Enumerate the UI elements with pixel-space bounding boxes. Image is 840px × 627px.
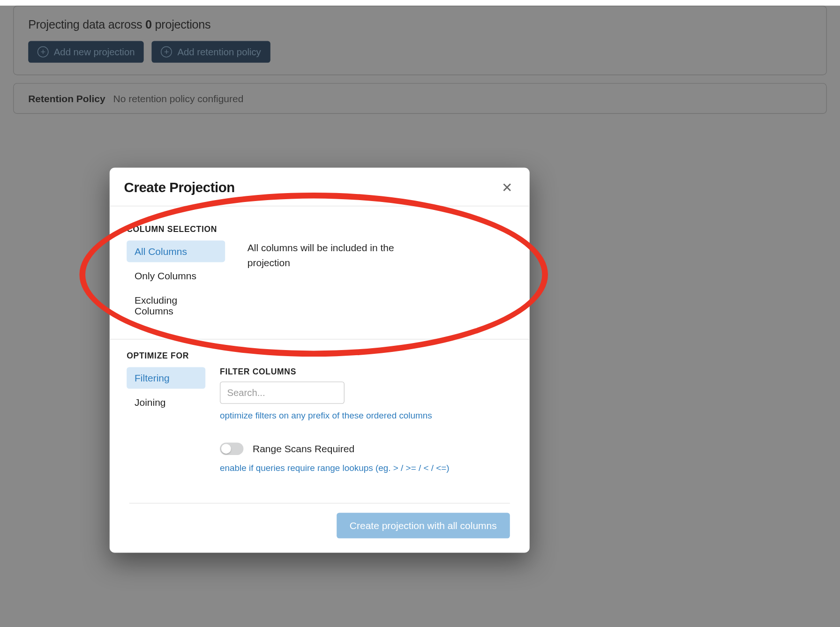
range-scans-hint: enable if queries require range lookups … <box>220 463 512 473</box>
filter-columns-heading: FILTER COLUMNS <box>220 367 512 376</box>
filter-search-input[interactable] <box>220 381 345 404</box>
tab-filtering[interactable]: Filtering <box>127 367 205 388</box>
create-projection-button[interactable]: Create projection with all columns <box>337 513 510 538</box>
modal-title: Create Projection <box>124 179 235 195</box>
section-divider <box>110 339 530 339</box>
column-selection-description: All columns will be included in the proj… <box>248 240 425 270</box>
tab-excluding-columns[interactable]: Excluding Columns <box>127 289 225 322</box>
column-selection-heading: COLUMN SELECTION <box>127 225 512 234</box>
range-scans-label: Range Scans Required <box>253 443 354 455</box>
tab-joining[interactable]: Joining <box>127 391 205 413</box>
tab-only-columns[interactable]: Only Columns <box>127 265 225 286</box>
modal-overlay[interactable]: Create Projection ✕ COLUMN SELECTION All… <box>0 6 840 627</box>
prefix-hint: optimize filters on any prefix of these … <box>220 411 512 420</box>
tab-all-columns[interactable]: All Columns <box>127 240 225 262</box>
range-scans-toggle[interactable] <box>220 442 243 455</box>
create-projection-modal: Create Projection ✕ COLUMN SELECTION All… <box>110 168 530 553</box>
close-icon[interactable]: ✕ <box>499 178 515 196</box>
optimize-for-heading: OPTIMIZE FOR <box>127 351 512 361</box>
